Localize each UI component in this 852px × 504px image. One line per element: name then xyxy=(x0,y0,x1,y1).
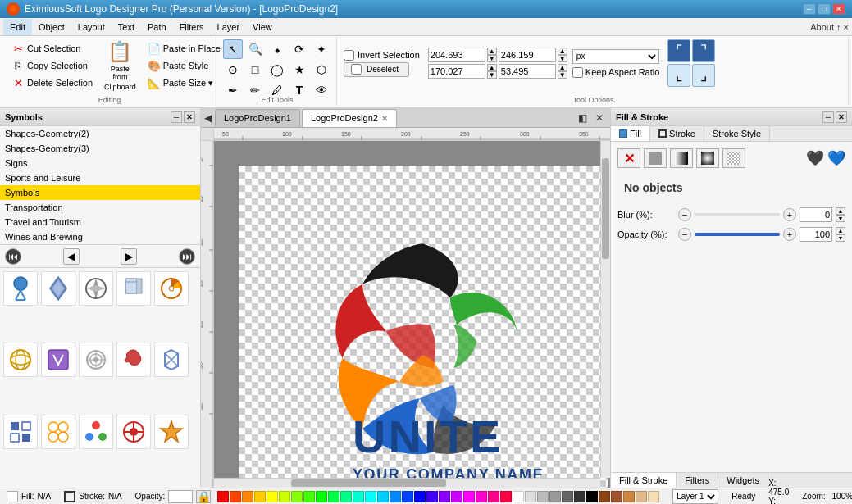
color-swatch[interactable] xyxy=(537,491,549,502)
flat-color-button[interactable] xyxy=(644,148,667,168)
color-swatch[interactable] xyxy=(586,491,598,502)
blur-track[interactable] xyxy=(695,213,780,216)
symbol-item-14[interactable] xyxy=(154,415,189,449)
color-swatch[interactable] xyxy=(500,491,512,502)
corner-bl-button[interactable]: ⌞ xyxy=(667,64,690,87)
opacity-status-input[interactable] xyxy=(168,490,193,503)
color-swatch[interactable] xyxy=(390,491,401,502)
color-swatch[interactable] xyxy=(303,491,315,502)
menu-text[interactable]: Text xyxy=(112,19,141,35)
menu-path[interactable]: Path xyxy=(141,19,173,35)
tab-float-button[interactable]: ◧ xyxy=(575,112,590,124)
color-swatch[interactable] xyxy=(599,491,610,502)
color-swatch[interactable] xyxy=(353,491,364,502)
w-input[interactable] xyxy=(428,64,485,79)
deselect-checkbox[interactable] xyxy=(351,64,362,75)
linear-grad-button[interactable] xyxy=(670,148,693,168)
color-swatch[interactable] xyxy=(463,491,475,502)
color-swatch[interactable] xyxy=(451,491,462,502)
star-tool-button[interactable]: ★ xyxy=(289,60,309,79)
paste-in-place-button[interactable]: 📄 Paste in Place xyxy=(144,40,224,57)
color-swatch[interactable] xyxy=(549,491,561,502)
color-swatch[interactable] xyxy=(636,491,647,502)
opacity-minus-button[interactable]: − xyxy=(678,228,691,241)
color-swatch[interactable] xyxy=(476,491,487,502)
category-shapes-geo-3[interactable]: Shapes-Geometry(3) xyxy=(0,141,200,156)
category-symbols[interactable]: Symbols xyxy=(0,185,200,200)
x-spin-up[interactable]: ▲ xyxy=(487,48,497,55)
color-swatch[interactable] xyxy=(513,491,524,502)
scroll-thumb-v[interactable] xyxy=(602,158,609,259)
corner-tr-button[interactable]: ⌝ xyxy=(692,39,715,62)
corner-br-button[interactable]: ⌟ xyxy=(692,64,715,87)
h-spin-down[interactable]: ▼ xyxy=(558,71,567,79)
color-swatch[interactable] xyxy=(426,491,438,502)
h-input[interactable] xyxy=(499,64,556,79)
rp-tab-fill-stroke[interactable]: Fill & Stroke xyxy=(611,473,677,488)
paste-style-button[interactable]: 🎨 Paste Style xyxy=(144,57,224,74)
right-panel-minimize[interactable]: ─ xyxy=(822,111,834,123)
opacity-spin-up[interactable]: ▲ xyxy=(836,227,845,234)
menu-object[interactable]: Object xyxy=(32,19,71,35)
color-swatch[interactable] xyxy=(279,491,290,502)
select-tool-button[interactable]: ↖ xyxy=(223,39,243,59)
symbol-item-13[interactable] xyxy=(116,415,151,449)
radial-grad-button[interactable] xyxy=(696,148,719,168)
symbol-item-11[interactable] xyxy=(41,415,75,449)
color-swatch[interactable] xyxy=(340,491,352,502)
symbol-item-0[interactable] xyxy=(3,271,38,306)
color-swatch[interactable] xyxy=(525,491,536,502)
color-swatch[interactable] xyxy=(562,491,573,502)
no-fill-button[interactable]: ✕ xyxy=(617,148,640,168)
blur-minus-button[interactable]: − xyxy=(678,208,691,221)
tab-nav-left[interactable]: ◀ xyxy=(201,112,215,124)
opacity-track[interactable] xyxy=(695,233,780,236)
symbol-item-12[interactable] xyxy=(79,415,113,449)
menu-layout[interactable]: Layout xyxy=(71,19,112,35)
tab-logoprodesign1[interactable]: LogoProDesign1 xyxy=(215,109,300,127)
close-button[interactable]: ✕ xyxy=(832,3,845,15)
blur-plus-button[interactable]: + xyxy=(783,208,796,221)
color-swatch[interactable] xyxy=(365,491,376,502)
tweak-tool-button[interactable]: ✦ xyxy=(312,39,331,59)
category-signs[interactable]: Signs xyxy=(0,156,200,170)
color-swatch[interactable] xyxy=(611,491,622,502)
rp-tab-widgets[interactable]: Widgets xyxy=(718,473,768,488)
x-spin-down[interactable]: ▼ xyxy=(487,55,497,62)
color-swatch[interactable] xyxy=(217,491,229,502)
symbol-item-4[interactable] xyxy=(154,271,189,306)
tab-close-icon[interactable]: ✕ xyxy=(381,114,388,123)
symbol-item-2[interactable] xyxy=(79,271,113,306)
fill-tab[interactable]: Fill xyxy=(611,126,650,141)
menu-about[interactable]: About ↑ × xyxy=(810,22,849,32)
scroll-thumb-h[interactable] xyxy=(291,479,445,487)
rp-tab-filters[interactable]: Filters xyxy=(677,473,718,488)
color-swatch[interactable] xyxy=(402,491,413,502)
color-swatch[interactable] xyxy=(267,491,278,502)
tab-close-all-button[interactable]: ✕ xyxy=(592,112,607,124)
symbol-item-9[interactable] xyxy=(154,343,189,377)
menu-layer[interactable]: Layer xyxy=(211,19,247,35)
y-spin-down[interactable]: ▼ xyxy=(558,55,567,62)
h-spin-up[interactable]: ▲ xyxy=(558,64,567,71)
opacity-plus-button[interactable]: + xyxy=(783,228,796,241)
delete-selection-button[interactable]: ✕ Delete Selection xyxy=(8,75,96,91)
pattern-fill-button[interactable] xyxy=(722,148,745,168)
y-spin-up[interactable]: ▲ xyxy=(558,48,567,55)
poly-tool-button[interactable]: ⬡ xyxy=(312,60,331,79)
color-swatch[interactable] xyxy=(291,491,303,502)
stroke-tab[interactable]: Stroke xyxy=(650,126,704,141)
symbol-item-6[interactable] xyxy=(41,343,75,377)
w-spin-up[interactable]: ▲ xyxy=(487,64,497,71)
opacity-spin-down[interactable]: ▼ xyxy=(836,234,845,242)
copy-selection-button[interactable]: ⎘ Copy Selection xyxy=(8,57,96,74)
category-travel-tourism[interactable]: Travel and Tourism xyxy=(0,215,200,229)
color-swatch[interactable] xyxy=(328,491,339,502)
symbol-item-10[interactable] xyxy=(3,415,38,449)
maximize-button[interactable]: □ xyxy=(818,3,831,15)
menu-edit[interactable]: Edit xyxy=(3,19,32,35)
color-swatch[interactable] xyxy=(488,491,499,502)
deselect-button[interactable]: Deselect xyxy=(344,62,409,77)
category-transportation[interactable]: Transportation xyxy=(0,200,200,215)
layer-select[interactable]: Layer 1 xyxy=(672,489,718,504)
